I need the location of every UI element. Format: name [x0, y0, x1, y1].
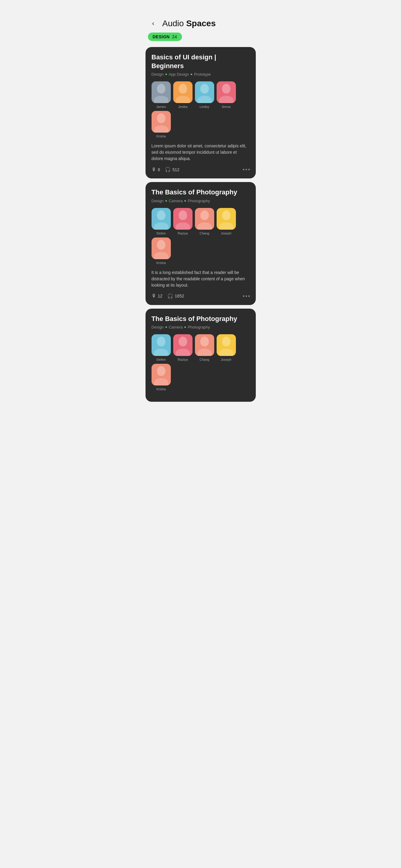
mic-stat-1: 🎙 8 [152, 167, 160, 173]
card-3-tag-0: Design [152, 325, 164, 330]
avatar-name-jenna: Jenna [222, 105, 231, 108]
avatar-chang-2: Chang [195, 208, 214, 235]
avatar-raziya-2: Raziya [173, 208, 193, 235]
avatar-img-lindsy [195, 82, 214, 103]
card-1-title: Basics of UI design | Beginners [152, 53, 250, 70]
avatar-img-stefen-2 [152, 208, 171, 230]
back-button[interactable]: ‹ [148, 18, 159, 29]
avatar-img-raziya-2 [173, 208, 193, 230]
avatar-name-joseph-3: Joseph [221, 358, 231, 361]
card-1-footer: 🎙 8 🎧 512 [152, 167, 250, 173]
dot-icon [243, 296, 244, 297]
mic-icon-2: 🎙 [152, 293, 156, 299]
card-1-stats: 🎙 8 🎧 512 [152, 167, 179, 173]
card-1-tag-2: Prototype [194, 72, 211, 76]
card-1: Basics of UI design | Beginners Design A… [145, 47, 256, 179]
tag-dot-icon [185, 327, 186, 328]
avatar-name-jesika: Jesika [178, 105, 188, 108]
avatar-stefen-2: Stefen [152, 208, 171, 235]
badge-label: DESIGN [153, 34, 170, 39]
more-button-1[interactable] [243, 169, 250, 170]
avatar-img-joseph-2 [216, 208, 236, 230]
avatar-krisha-3: Krisha [152, 364, 171, 391]
tag-row: DESIGN 24 [148, 33, 254, 41]
headphone-icon-2: 🎧 [167, 293, 173, 299]
avatar-james: James [152, 82, 171, 108]
page-title: Audio Spaces [162, 19, 216, 28]
avatar-img-krisha-3 [152, 364, 171, 385]
mic-icon: 🎙 [152, 167, 156, 173]
avatar-name-lindsy: Lindsy [200, 105, 209, 108]
avatar-img-stefen-3 [152, 334, 171, 356]
tag-dot-icon [165, 200, 167, 202]
avatar-raziya-3: Raziya [173, 334, 193, 361]
card-1-description: Lorem ipsum dolor sit amet, consectetur … [152, 143, 250, 162]
more-button-2[interactable] [243, 296, 250, 297]
mic-stat-2: 🎙 12 [152, 293, 163, 299]
avatar-lindsy: Lindsy [195, 82, 214, 108]
card-2: The Basics of Photography Design Camera … [145, 182, 256, 305]
avatar-img-krisha-1 [152, 111, 171, 133]
avatar-krisha-1: Krisha [152, 111, 171, 138]
card-2-footer: 🎙 12 🎧 1852 [152, 293, 250, 299]
headphone-count-2: 1852 [175, 293, 184, 299]
avatar-name-chang-2: Chang [199, 231, 209, 235]
page-title-light: Audio [162, 19, 186, 28]
avatar-name-joseph-2: Joseph [221, 231, 231, 235]
avatar-name-james: James [156, 105, 166, 108]
back-arrow-icon: ‹ [152, 20, 154, 27]
avatar-chang-3: Chang [195, 334, 214, 361]
avatar-img-joseph-3 [216, 334, 236, 356]
tag-dot-icon [185, 200, 186, 202]
avatar-img-james [152, 82, 171, 103]
avatar-img-krisha-2 [152, 238, 171, 259]
headphone-stat-1: 🎧 512 [165, 167, 179, 173]
card-2-tag-2: Photography [188, 198, 210, 203]
avatar-name-krisha-3: Krisha [156, 387, 166, 391]
avatar-name-stefen-2: Stefen [156, 231, 166, 235]
dot-icon [245, 296, 247, 297]
avatar-krisha-2: Krisha [152, 238, 171, 265]
mic-count-2: 12 [158, 293, 163, 299]
card-2-avatars: Stefen Raziya Chang [152, 208, 250, 265]
avatar-name-raziya-2: Raziya [178, 231, 188, 235]
dot-icon [245, 169, 247, 170]
headphone-count-1: 512 [172, 167, 179, 172]
card-2-title: The Basics of Photography [152, 188, 250, 197]
card-1-tag-0: Design [152, 72, 164, 76]
dot-icon [248, 296, 250, 297]
avatar-img-jenna [216, 82, 236, 103]
card-3-tag-1: Camera [169, 325, 182, 330]
avatar-img-chang-3 [195, 334, 214, 356]
back-row: ‹ Audio Spaces [148, 18, 254, 29]
avatar-name-stefen-3: Stefen [156, 358, 166, 361]
card-2-tags: Design Camera Photography [152, 198, 250, 203]
avatar-jesika: Jesika [173, 82, 193, 108]
avatar-img-raziya-3 [173, 334, 193, 356]
card-1-avatars: James Jesika Lindsy [152, 82, 250, 138]
card-2-tag-1: Camera [169, 198, 182, 203]
card-3-tags: Design Camera Photography [152, 325, 250, 330]
header: ‹ Audio Spaces DESIGN 24 [142, 0, 259, 47]
card-1-tags: Design App Design Prototype [152, 72, 250, 76]
cards-container: Basics of UI design | Beginners Design A… [142, 47, 259, 411]
card-1-tag-1: App Design [169, 72, 189, 76]
dot-icon [243, 169, 244, 170]
card-3-title: The Basics of Photography [152, 315, 250, 323]
avatar-name-raziya-3: Raziya [178, 358, 188, 361]
tag-dot-icon [191, 73, 192, 75]
card-2-stats: 🎙 12 🎧 1852 [152, 293, 185, 299]
page-title-bold: Spaces [186, 19, 216, 28]
design-badge[interactable]: DESIGN 24 [148, 33, 182, 41]
avatar-stefen-3: Stefen [152, 334, 171, 361]
avatar-name-chang-3: Chang [199, 358, 209, 361]
avatar-joseph-3: Joseph [216, 334, 236, 361]
card-3-tag-2: Photography [188, 325, 210, 330]
tag-dot-icon [165, 327, 167, 328]
avatar-jenna: Jenna [216, 82, 236, 108]
dot-icon [248, 169, 250, 170]
card-3-avatars: Stefen Raziya Chang [152, 334, 250, 391]
card-3: The Basics of Photography Design Camera … [145, 309, 256, 402]
avatar-name-krisha-2: Krisha [156, 261, 166, 265]
badge-count: 24 [172, 34, 177, 39]
